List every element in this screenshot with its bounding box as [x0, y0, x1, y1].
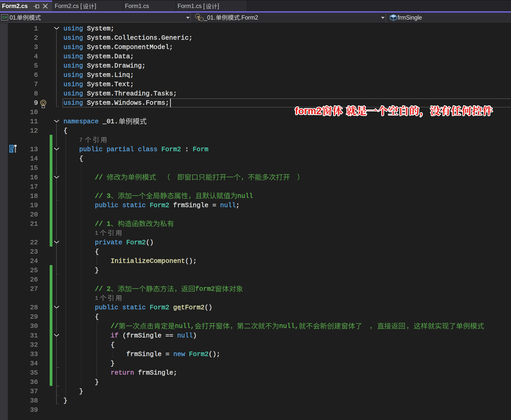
svg-text:form2: form2 — [295, 106, 322, 116]
